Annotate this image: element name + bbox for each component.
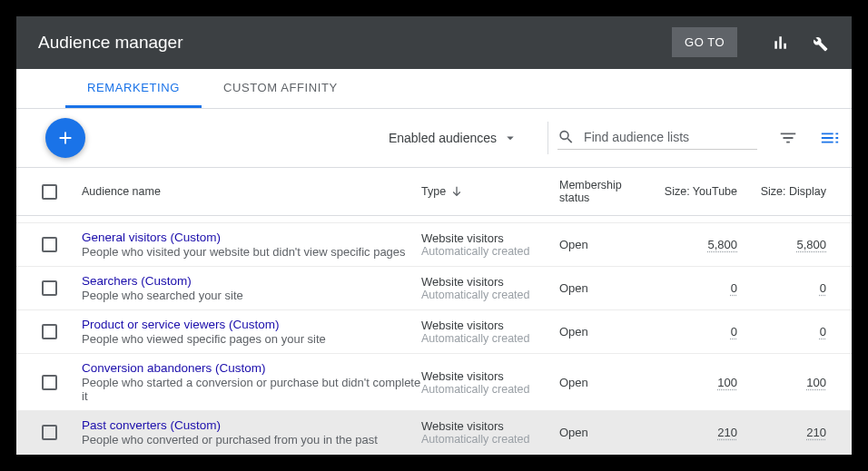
table-row: Searchers (Custom)People who searched yo… — [16, 267, 852, 310]
type-sub: Automatically created — [421, 332, 530, 345]
audience-name-link[interactable]: Searchers (Custom) — [82, 274, 421, 288]
status-cell: Open — [559, 376, 648, 389]
col-header-youtube[interactable]: Size: YouTube — [648, 185, 737, 198]
type-main: Website visitors — [421, 419, 530, 433]
audience-name-link[interactable]: General visitors (Custom) — [82, 231, 421, 244]
row-checkbox[interactable] — [42, 237, 57, 252]
type-sub: Automatically created — [421, 383, 530, 396]
table-row: General visitors (Custom)People who visi… — [16, 223, 852, 267]
goto-button[interactable]: GO TO — [672, 27, 737, 57]
filter-icon[interactable] — [777, 127, 799, 149]
wrench-icon[interactable] — [808, 32, 830, 54]
search-wrap — [557, 127, 757, 150]
table-header: Audience name Type Membership status Siz… — [16, 167, 852, 216]
audience-name-link[interactable]: Past converters (Custom) — [82, 418, 421, 432]
audience-desc: People who converted or purchased from y… — [82, 433, 421, 446]
size-youtube: 0 — [648, 281, 737, 295]
status-cell: Open — [559, 281, 648, 295]
audience-desc: People who searched your site — [82, 289, 421, 302]
size-youtube: 100 — [648, 376, 737, 389]
segment-icon[interactable] — [819, 127, 841, 149]
row-checkbox[interactable] — [42, 425, 57, 440]
col-header-display[interactable]: Size: Display — [737, 185, 826, 198]
audience-name-link[interactable]: Product or service viewers (Custom) — [82, 318, 421, 331]
size-youtube: 210 — [648, 426, 737, 439]
row-checkbox[interactable] — [42, 324, 57, 339]
dropdown-label: Enabled audiences — [389, 131, 497, 145]
type-sub: Automatically created — [421, 245, 530, 258]
col-header-status[interactable]: Membership status — [559, 179, 648, 204]
size-youtube: 0 — [648, 325, 737, 339]
status-cell: Open — [559, 325, 648, 339]
tab-custom-affinity[interactable]: CUSTOM AFFINITY — [202, 69, 360, 109]
size-display: 0 — [737, 325, 826, 339]
status-cell: Open — [559, 426, 648, 439]
col-header-type[interactable]: Type — [421, 184, 559, 199]
add-button[interactable] — [45, 118, 85, 158]
sort-down-icon — [449, 184, 464, 199]
select-all-checkbox[interactable] — [42, 184, 57, 200]
audience-desc: People who viewed specific pages on your… — [82, 332, 421, 346]
page-title: Audience manager — [38, 33, 672, 53]
enabled-audiences-dropdown[interactable]: Enabled audiences — [380, 130, 528, 146]
type-sub: Automatically created — [421, 433, 530, 446]
size-display: 0 — [737, 281, 826, 295]
type-main: Website visitors — [421, 231, 530, 245]
size-display: 210 — [737, 426, 826, 439]
table-row: Past converters (Custom)People who conve… — [16, 411, 852, 455]
size-youtube: 5,800 — [648, 238, 737, 251]
audience-name-link[interactable]: Conversion abandoners (Custom) — [82, 361, 421, 375]
reports-icon[interactable] — [770, 32, 792, 54]
type-main: Website visitors — [421, 275, 530, 289]
type-main: Website visitors — [421, 319, 530, 332]
truncated-row — [16, 216, 852, 223]
type-sub: Automatically created — [421, 289, 530, 301]
audience-desc: People who started a conversion or purch… — [82, 376, 421, 403]
status-cell: Open — [559, 238, 648, 251]
divider — [547, 122, 548, 154]
search-input[interactable] — [584, 130, 757, 144]
table-row: Product or service viewers (Custom)Peopl… — [16, 310, 852, 354]
app-header: Audience manager GO TO — [16, 16, 852, 69]
tab-remarketing[interactable]: REMARKETING — [65, 69, 202, 109]
audience-desc: People who visited your website but didn… — [82, 245, 421, 259]
row-checkbox[interactable] — [42, 280, 57, 296]
type-main: Website visitors — [421, 369, 530, 383]
table-row: Conversion abandoners (Custom)People who… — [16, 354, 852, 411]
search-icon — [557, 127, 575, 147]
size-display: 100 — [737, 376, 826, 389]
row-checkbox[interactable] — [42, 375, 57, 390]
size-display: 5,800 — [737, 238, 826, 251]
toolbar: Enabled audiences — [16, 109, 852, 167]
chevron-down-icon — [502, 130, 518, 146]
col-header-name[interactable]: Audience name — [82, 185, 421, 198]
tabs: REMARKETINGCUSTOM AFFINITY — [16, 69, 852, 110]
